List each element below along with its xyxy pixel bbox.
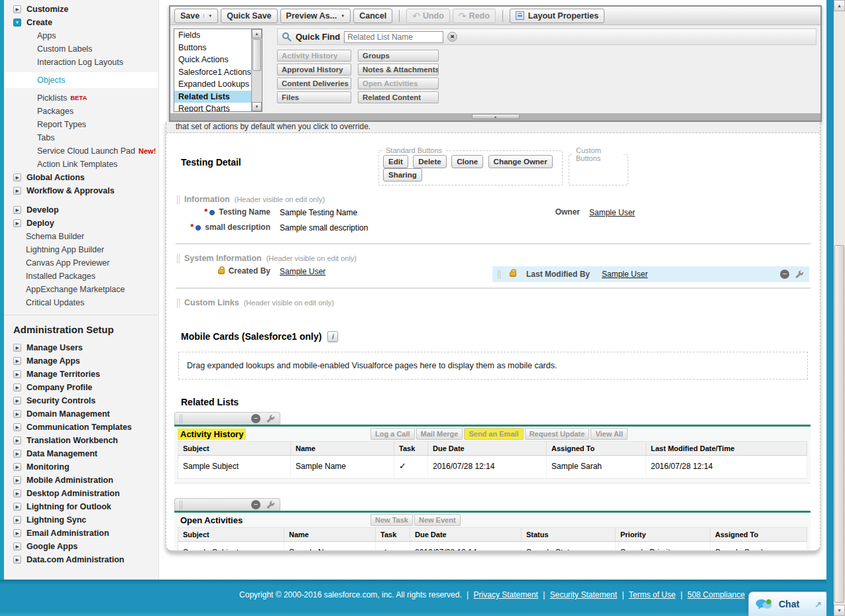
mail-merge-button[interactable]: Mail Merge [416, 428, 463, 440]
expand-arrow-icon[interactable]: ▶ [13, 503, 21, 511]
clone-button[interactable]: Clone [451, 155, 483, 168]
quick-save-button[interactable]: Quick Save [221, 9, 277, 23]
expand-arrow-icon[interactable]: ▶ [13, 344, 21, 352]
sharing-button[interactable]: Sharing [383, 168, 422, 181]
expand-arrow-icon[interactable]: ▶ [13, 476, 21, 484]
sidebar-item-deploy[interactable]: ▶ Deploy [4, 217, 158, 230]
palette-item-approval-history[interactable]: Approval History [277, 64, 351, 76]
sidebar-item-objects[interactable]: Objects [4, 72, 158, 88]
change-owner-button[interactable]: Change Owner [488, 155, 553, 168]
view-all-button[interactable]: View All [591, 428, 628, 440]
send-an-email-button[interactable]: Send an Email [464, 428, 523, 440]
section-header-information[interactable]: Information (Header visible on edit only… [177, 195, 820, 204]
edit-button[interactable]: Edit [383, 155, 408, 168]
drag-handle-icon[interactable] [180, 501, 182, 509]
expand-arrow-icon[interactable]: ▶ [13, 174, 21, 181]
field-testing-name[interactable]: *Testing Name Sample Testing Name [181, 207, 492, 217]
drag-handle-icon[interactable] [177, 195, 180, 204]
expand-arrow-icon[interactable]: ▶ [13, 384, 21, 391]
related-list-handle[interactable]: − [174, 412, 280, 425]
palette-item-open-activities[interactable]: Open Activities [358, 77, 439, 89]
last-modified-by-link[interactable]: Sample User [602, 270, 648, 279]
sidebar-item-lightning-sync[interactable]: ▶Lightning Sync [4, 513, 158, 527]
sidebar-item-datacom-administration[interactable]: ▶Data.com Administration [4, 553, 158, 566]
info-icon[interactable]: i [327, 331, 338, 342]
field-owner[interactable]: Owner Sample User [492, 207, 809, 217]
privacy-statement-link[interactable]: Privacy Statement [474, 590, 538, 599]
collapse-arrow-icon[interactable]: ▼ [13, 19, 21, 26]
category-quick-actions[interactable]: Quick Actions [174, 54, 251, 66]
remove-related-list-icon[interactable]: − [251, 414, 260, 423]
sidebar-item-report-types[interactable]: Report Types [4, 118, 158, 131]
expand-arrow-icon[interactable]: ▶ [13, 436, 21, 444]
category-buttons[interactable]: Buttons [174, 42, 251, 54]
palette-item-notes-attachments[interactable]: Notes & Attachments [358, 64, 439, 76]
sidebar-item-manage-users[interactable]: ▶Manage Users [4, 341, 158, 354]
quick-find-input[interactable] [344, 31, 443, 43]
sidebar-item-custom-labels[interactable]: Custom Labels [4, 42, 158, 56]
owner-link[interactable]: Sample User [589, 207, 635, 217]
sidebar-item-schema-builder[interactable]: Schema Builder [4, 230, 158, 243]
save-button[interactable]: Save▼ [174, 9, 218, 23]
field-created-by[interactable]: Created By Sample User [181, 266, 492, 276]
expand-arrow-icon[interactable]: ▶ [13, 219, 21, 227]
remove-field-icon[interactable]: − [780, 270, 789, 279]
expand-arrow-icon[interactable]: ▶ [13, 529, 21, 537]
palette-item-files[interactable]: Files [277, 91, 351, 103]
expand-arrow-icon[interactable]: ▶ [13, 423, 21, 431]
sidebar-item-tabs[interactable]: Tabs [4, 131, 158, 144]
chat-button[interactable]: Chat ↗ [748, 591, 829, 616]
sidebar-item-appexchange-marketplace[interactable]: AppExchange Marketplace [4, 283, 158, 296]
remove-related-list-icon[interactable]: − [251, 500, 260, 509]
clear-search-icon[interactable]: ✖ [447, 32, 457, 42]
scroll-down-icon[interactable]: ▼ [252, 102, 262, 111]
expand-arrow-icon[interactable]: ▶ [13, 206, 21, 214]
sidebar-item-desktop-administration[interactable]: ▶Desktop Administration [4, 487, 158, 500]
sidebar-item-apps[interactable]: Apps [4, 29, 158, 42]
508-compliance-link[interactable]: 508 Compliance [687, 590, 745, 599]
scrollbar-thumb[interactable] [834, 245, 844, 603]
sidebar-item-critical-updates[interactable]: Critical Updates [4, 296, 158, 309]
sidebar-item-domain-management[interactable]: ▶Domain Management [4, 407, 158, 421]
scrollbar-thumb[interactable] [253, 39, 261, 71]
sidebar-item-google-apps[interactable]: ▶Google Apps [4, 540, 158, 553]
drag-handle-icon[interactable] [177, 299, 180, 307]
field-last-modified-by[interactable]: Last Modified By Sample User − [492, 266, 809, 282]
preview-as-button[interactable]: Preview As...▼ [280, 9, 351, 23]
sidebar-item-security-controls[interactable]: ▶Security Controls [4, 394, 158, 407]
sidebar-item-customize[interactable]: ▶ Customize [4, 3, 158, 16]
expand-arrow-icon[interactable]: ▶ [13, 187, 21, 195]
sidebar-item-lightning-app-builder[interactable]: Lightning App Builder [4, 243, 158, 256]
log-a-call-button[interactable]: Log a Call [370, 428, 415, 440]
sidebar-item-mobile-administration[interactable]: ▶Mobile Administration [4, 474, 158, 487]
category-fields[interactable]: Fields [174, 29, 251, 42]
sidebar-item-workflow-approvals[interactable]: ▶ Workflow & Approvals [4, 184, 158, 197]
sidebar-item-communication-templates[interactable]: ▶Communication Templates [4, 421, 158, 434]
field-properties-wrench-icon[interactable] [795, 270, 804, 279]
palette-item-activity-history[interactable]: Activity History [277, 50, 351, 62]
expand-arrow-icon[interactable]: ▶ [13, 489, 21, 497]
related-list-handle[interactable]: − [174, 498, 280, 511]
created-by-link[interactable]: Sample User [280, 266, 325, 276]
undo-button[interactable]: ↶Undo [406, 9, 450, 23]
category-scrollbar[interactable]: ▲ ▼ [251, 29, 262, 111]
palette-collapse-handle[interactable]: ▲ [472, 114, 520, 119]
sidebar-item-service-cloud-launch-pad[interactable]: Service Cloud Launch PadNew! [4, 144, 158, 158]
expand-arrow-icon[interactable]: ▶ [13, 397, 21, 405]
scroll-up-icon[interactable]: ▲ [834, 0, 845, 11]
chevron-down-icon[interactable]: ▼ [203, 14, 212, 18]
category-salesforce1-actions[interactable]: Salesforce1 Actions [174, 66, 251, 79]
section-header-custom-links[interactable]: Custom Links (Header visible on edit onl… [177, 298, 820, 307]
sidebar-item-picklists[interactable]: PicklistsBETA [4, 91, 158, 105]
sidebar-item-interaction-log-layouts[interactable]: Interaction Log Layouts [4, 56, 158, 69]
terms-of-use-link[interactable]: Terms of Use [629, 590, 676, 599]
layout-properties-button[interactable]: Layout Properties [510, 9, 604, 23]
scroll-up-icon[interactable]: ▲ [252, 29, 262, 38]
sidebar-item-data-management[interactable]: ▶Data Management [4, 447, 158, 460]
vertical-scrollbar[interactable]: ▲ ▼ [834, 0, 845, 616]
category-related-lists[interactable]: Related Lists [174, 91, 251, 103]
scroll-down-icon[interactable]: ▼ [834, 605, 845, 616]
palette-item-groups[interactable]: Groups [358, 50, 439, 62]
delete-button[interactable]: Delete [413, 155, 447, 168]
expand-arrow-icon[interactable]: ▶ [13, 5, 21, 13]
